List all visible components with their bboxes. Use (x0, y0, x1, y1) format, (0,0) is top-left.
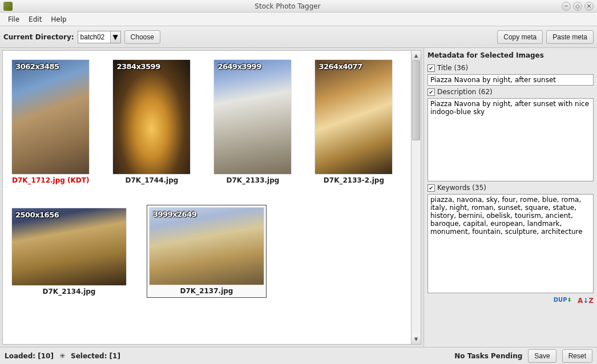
reset-button[interactable]: Reset (562, 349, 592, 363)
paste-meta-button[interactable]: Paste meta (546, 30, 594, 44)
directory-combobox-input[interactable] (78, 33, 110, 41)
thumbnail-image[interactable]: 3062x3485 (12, 60, 89, 174)
app-icon (3, 2, 13, 11)
statusbar: Loaded: [10] ✳ Selected: [1] No Tasks Pe… (0, 347, 597, 364)
copy-meta-button[interactable]: Copy meta (497, 30, 543, 44)
status-selected: Selected: [1] (71, 352, 120, 360)
metadata-sidebar: Metadata for Selected Images ✔ Title (36… (423, 48, 597, 347)
thumbnail-card[interactable]: 3264x4077D7K_2133-2.jpg (312, 56, 396, 188)
status-loaded: Loaded: [10] (5, 352, 54, 360)
save-button[interactable]: Save (528, 349, 556, 363)
menu-help[interactable]: Help (46, 14, 71, 25)
titlebar: Stock Photo Tagger ─ ◇ ✕ (0, 0, 597, 13)
scroll-up-button[interactable]: ▲ (412, 51, 421, 60)
minimize-button[interactable]: ─ (562, 2, 571, 11)
choose-button[interactable]: Choose (124, 30, 160, 44)
chevron-down-icon[interactable]: ▼ (110, 31, 120, 43)
scroll-thumb[interactable] (412, 60, 420, 140)
sort-az-icon[interactable]: A↓Z (578, 297, 594, 305)
main-area: 3062x3485D7K_1712.jpg (KDT)2384x3599D7K_… (0, 48, 597, 347)
thumbnail-card[interactable]: 2384x3599D7K_1744.jpg (110, 56, 193, 188)
thumbnail-filename: D7K_1744.jpg (126, 176, 179, 184)
thumbnail-card[interactable]: 3062x3485D7K_1712.jpg (KDT) (9, 56, 92, 188)
status-star-icon: ✳ (59, 352, 65, 360)
description-field-label: Description (62) (437, 88, 493, 96)
title-field-label: Title (36) (437, 64, 468, 72)
thumbnail-card[interactable]: 2649x3999D7K_2133.jpg (211, 56, 295, 188)
sidebar-heading: Metadata for Selected Images (427, 50, 594, 62)
menu-edit[interactable]: Edit (24, 14, 46, 25)
maximize-button[interactable]: ◇ (573, 2, 582, 11)
thumbnail-filename: D7K_1712.jpg (KDT) (12, 176, 89, 184)
keywords-checkbox[interactable]: ✔ (427, 184, 435, 192)
dup-icon[interactable]: DUP⬇ (554, 297, 572, 305)
thumbnail-card[interactable]: 3999x2649D7K_2137.jpg (147, 205, 267, 298)
window-title: Stock Photo Tagger (16, 2, 559, 10)
thumbnail-image[interactable]: 2384x3599 (113, 60, 190, 174)
keywords-field-label: Keywords (35) (437, 184, 486, 192)
menu-file[interactable]: File (3, 14, 24, 25)
title-input[interactable] (427, 74, 594, 86)
thumbnail-image[interactable]: 3999x2649 (150, 208, 264, 285)
gallery: 3062x3485D7K_1712.jpg (KDT)2384x3599D7K_… (2, 50, 412, 345)
dimension-badge: 3264x4077 (318, 62, 362, 71)
gallery-scrollbar[interactable]: ▲ ▼ (412, 50, 421, 345)
thumbnail-filename: D7K_2133-2.jpg (324, 176, 384, 184)
thumbnail-filename: D7K_2137.jpg (180, 287, 233, 295)
keywords-textarea[interactable]: piazza, navona, sky, four, rome, blue, r… (427, 194, 594, 293)
thumbnail-card[interactable]: 2500x1656D7K_2134.jpg (9, 205, 130, 299)
toolbar: Current Directory: ▼ Choose Copy meta Pa… (0, 26, 597, 48)
description-checkbox[interactable]: ✔ (427, 88, 435, 96)
gallery-wrap: 3062x3485D7K_1712.jpg (KDT)2384x3599D7K_… (0, 48, 423, 347)
current-directory-label: Current Directory: (3, 33, 74, 41)
title-checkbox[interactable]: ✔ (427, 64, 435, 72)
menubar: File Edit Help (0, 13, 597, 26)
thumbnail-image[interactable]: 2649x3999 (214, 60, 291, 174)
thumbnail-filename: D7K_2133.jpg (227, 176, 280, 184)
dimension-badge: 3062x3485 (15, 62, 59, 71)
thumbnail-image[interactable]: 3264x4077 (315, 60, 392, 174)
scroll-track[interactable] (412, 60, 421, 334)
dimension-badge: 2500x1656 (15, 211, 59, 219)
dimension-badge: 3999x2649 (153, 210, 196, 219)
close-button[interactable]: ✕ (584, 2, 594, 11)
status-tasks: No Tasks Pending (454, 352, 522, 360)
dimension-badge: 2649x3999 (217, 62, 261, 71)
dimension-badge: 2384x3599 (116, 62, 160, 71)
thumbnail-image[interactable]: 2500x1656 (12, 208, 126, 285)
description-textarea[interactable]: Piazza Navona by night, after sunset wit… (427, 98, 594, 181)
scroll-down-button[interactable]: ▼ (412, 334, 421, 344)
directory-combobox[interactable]: ▼ (78, 31, 121, 43)
thumbnail-filename: D7K_2134.jpg (43, 288, 96, 296)
